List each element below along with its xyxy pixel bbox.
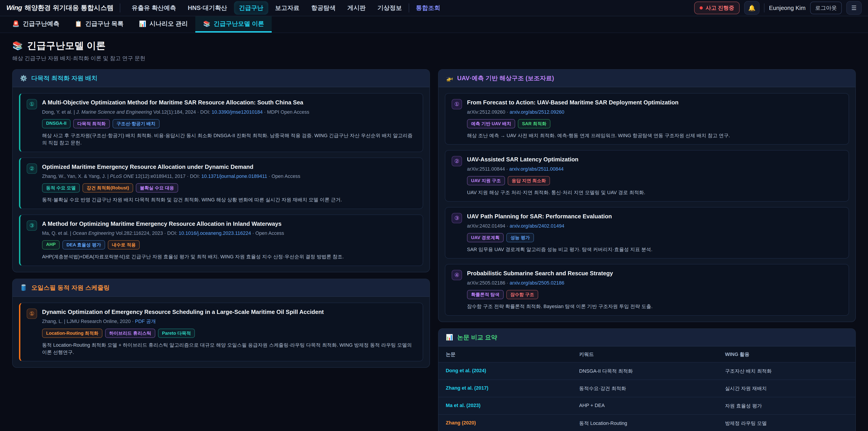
tag: DEA 효율성 평가 [62, 240, 105, 249]
divider [764, 3, 765, 12]
paper-card: ① Dynamic Optimization of Emergency Reso… [19, 303, 423, 362]
divider [120, 3, 120, 12]
hamburger-menu-button[interactable]: ☰ [846, 1, 862, 15]
tab-rescue-model-theory[interactable]: 📚 긴급구난모델 이론 [195, 16, 272, 33]
app-title: 해양환경 위기대응 통합시스템 [25, 3, 114, 12]
paper-description: AHP(계층분석법)+DEA(자료포락분석)로 긴급구난 자원 효율성 평가 및… [42, 253, 416, 260]
paper-title: UAV Path Planning for SAR: Performance E… [467, 212, 842, 220]
paper-number-badge: ④ [452, 270, 462, 280]
tab-scenario-management[interactable]: 📊 시나리오 관리 [131, 16, 195, 33]
wing-usage-cell: 방제정 라우팅 모델 [718, 415, 855, 431]
tag-list: UAV 경로계획 성능 평가 [467, 233, 842, 242]
main-nav: 유출유 확산예측 HNS·대기확산 긴급구난 보고자료 항공탐색 게시판 기상정… [127, 1, 688, 15]
paper-number-badge: ① [27, 99, 37, 110]
paper-meta-mid: LJMU Research Online, 2020 · [67, 318, 135, 324]
tab-rescue-list[interactable]: 📋 긴급구난 목록 [67, 16, 131, 33]
app-logo[interactable]: Wing 해양환경 위기대응 통합시스템 [6, 3, 114, 12]
books-icon: 📚 [203, 20, 210, 27]
nav-item-integrated-search[interactable]: 통합조회 [411, 1, 445, 15]
arxiv-link[interactable]: arxiv.org/abs/2402.01494 [509, 223, 564, 229]
column-header-keyword: 키워드 [572, 346, 718, 362]
siren-icon: 🚨 [12, 20, 20, 27]
paper-authors: Zhang, L. | [42, 318, 67, 324]
nav-item-reports[interactable]: 보고자료 [270, 1, 305, 15]
nav-item-hns[interactable]: HNS·대기확산 [183, 1, 232, 15]
paper-title: From Forecast to Action: UAV-Based Marit… [467, 98, 842, 106]
card-paper-comparison: 📊 논문 비교 요약 논문 키워드 WING 활용 Dong et al. (2… [438, 329, 856, 431]
clipboard-icon: 📋 [74, 20, 82, 27]
doi-link[interactable]: 10.1016/j.oceaneng.2023.116224 [179, 230, 251, 236]
paper-number-badge: ② [27, 163, 37, 174]
oil-drum-icon: 🛢️ [20, 284, 27, 291]
paper-meta-mid: Vol.12(1):184, 2024 · DOI: [152, 109, 212, 115]
table-row: Zhang et al. (2017) 동적수요·강건 최적화 실시간 자원 재… [438, 379, 855, 397]
nav-item-weather[interactable]: 기상정보 [373, 1, 407, 15]
paper-link[interactable]: Ma et al. (2023) [438, 397, 572, 414]
journal-name: J. Marine Science and Engineering [76, 109, 152, 115]
incident-status-badge[interactable]: 사고 진행중 [694, 2, 740, 14]
pdf-link[interactable]: PDF 공개 [135, 318, 156, 324]
paper-description: 해상 사고 후 구조자원(구조선·항공기) 배치 최적화. 비용·응답시간 동시… [42, 132, 416, 147]
arxiv-link[interactable]: arxiv.org/abs/2512.09260 [509, 109, 564, 115]
paper-description: 동적 Location-Routing 최적화 모델 + 하이브리드 휴리스틱 … [42, 341, 416, 356]
page-title: 📚 긴급구난모델 이론 [12, 39, 856, 52]
doi-link[interactable]: 10.1371/journal.pone.0189411 [202, 173, 267, 179]
paper-link[interactable]: Dong et al. (2024) [438, 363, 572, 379]
keyword-cell: AHP + DEA [572, 397, 718, 414]
paper-description: UAV 지원 해상 구조 처리·지연 최적화. 통신·처리 지연 모델링 및 U… [467, 189, 842, 196]
incident-badge-label: 사고 진행중 [706, 4, 734, 11]
nav-item-board[interactable]: 게시판 [342, 1, 371, 15]
tag: UAV 경로계획 [467, 233, 504, 242]
arxiv-link[interactable]: arxiv.org/abs/2505.02186 [509, 280, 564, 286]
paper-link[interactable]: Zhang (2020) [438, 415, 572, 431]
sub-tabbar: 🚨 긴급구난예측 📋 긴급구난 목록 📊 시나리오 관리 📚 긴급구난모델 이론 [0, 16, 868, 33]
doi-link[interactable]: 10.3390/jmse12010184 [212, 109, 263, 115]
paper-meta-mid: 12(12):e0189411, 2017 · DOI: [134, 173, 202, 179]
tag-list: 동적 수요 모델 강건 최적화(Robust) 불확실 수요 대응 [42, 183, 416, 192]
paper-description: SAR 임무용 UAV 경로계획 알고리즘 성능 비교 평가. 탐색 커버리지·… [467, 246, 842, 253]
paper-number-badge: ① [27, 308, 37, 319]
arxiv-id: arXiv:2402.01494 · [467, 223, 509, 229]
paper-meta: Zhang, L. | LJMU Research Online, 2020 ·… [42, 318, 416, 325]
arxiv-link[interactable]: arxiv.org/abs/2511.00844 [509, 166, 564, 172]
card-uav-forecast-rescue: 🚁 UAV·예측 기반 해상구조 (보조자료) ① From Forecast … [438, 69, 856, 322]
paper-card: ③ A Method for Optimizing Maritime Emerg… [19, 214, 423, 266]
keyword-cell: DNSGA-II 다목적 최적화 [572, 363, 718, 379]
paper-body: A Method for Optimizing Maritime Emergen… [42, 220, 416, 260]
table-row: Ma et al. (2023) AHP + DEA 자원 효율성 평가 [438, 397, 855, 414]
paper-meta: arXiv:2505.02186 · arxiv.org/abs/2505.02… [467, 280, 842, 286]
tag-list: 확률론적 탐색 잠수함 구조 [467, 290, 842, 299]
nav-item-aerial-search[interactable]: 항공탐색 [306, 1, 341, 15]
card-body: ① Dynamic Optimization of Emergency Reso… [13, 297, 430, 368]
paper-authors: Zhang, W., Yan, X. & Yang, J. | [42, 173, 110, 179]
keyword-cell: 동적 Location-Routing [572, 415, 718, 431]
topbar-right: 사고 진행중 🔔 Eunjeong Kim 로그아웃 ☰ [694, 1, 862, 15]
wing-usage-cell: 구조자산 배치 최적화 [718, 363, 855, 379]
card-title: 논문 비교 요약 [457, 333, 497, 341]
nav-item-emergency-rescue[interactable]: 긴급구난 [234, 1, 268, 15]
tag-list: 예측 기반 UAV 배치 SAR 최적화 [467, 119, 842, 128]
table-header-row: 논문 키워드 WING 활용 [438, 346, 855, 362]
paper-meta-tail: · MDPI Open Access [263, 109, 309, 115]
paper-meta-tail: · Open Access [251, 230, 284, 236]
user-name: Eunjeong Kim [769, 4, 806, 11]
tab-label: 긴급구난예측 [23, 20, 59, 28]
nav-item-oil-spill[interactable]: 유출유 확산예측 [127, 1, 181, 15]
tag: AHP [42, 240, 60, 249]
table-row: Dong et al. (2024) DNSGA-II 다목적 최적화 구조자산… [438, 362, 855, 379]
top-navbar: Wing 해양환경 위기대응 통합시스템 유출유 확산예측 HNS·대기확산 긴… [0, 0, 868, 16]
bar-chart-icon: 📊 [139, 20, 146, 27]
paper-link[interactable]: Zhang et al. (2017) [438, 380, 572, 397]
arxiv-id: arXiv:2505.02186 · [467, 280, 509, 286]
books-icon: 📚 [12, 41, 23, 51]
paper-title: UAV-Assisted SAR Latency Optimization [467, 155, 842, 163]
paper-body: From Forecast to Action: UAV-Based Marit… [467, 98, 842, 139]
paper-authors: Dong, Y. et al. | [42, 109, 76, 115]
tab-label: 긴급구난모델 이론 [214, 20, 264, 28]
tab-rescue-prediction[interactable]: 🚨 긴급구난예측 [4, 16, 67, 33]
logout-button[interactable]: 로그아웃 [810, 2, 842, 14]
notification-bell-button[interactable]: 🔔 [744, 1, 760, 15]
card-body: ① A Multi-Objective Optimization Method … [13, 87, 430, 272]
wing-usage-cell: 자원 효율성 평가 [718, 397, 855, 414]
tag: 구조선·항공기 배치 [113, 119, 160, 128]
